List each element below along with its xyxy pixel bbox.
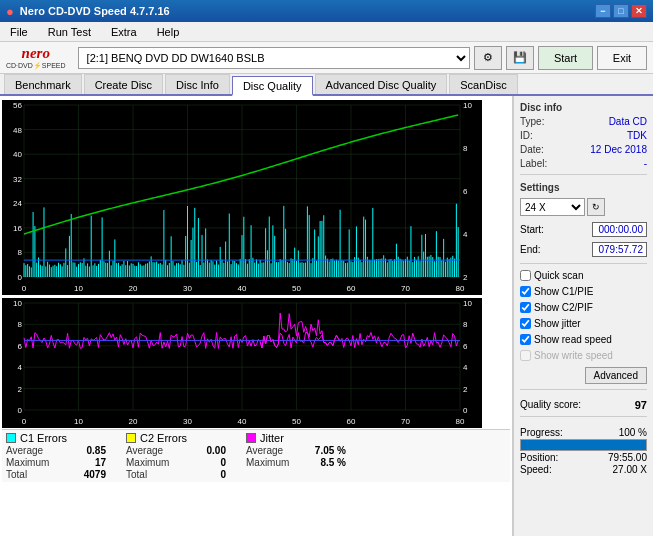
- start-row: Start: 000:00.00: [520, 222, 647, 237]
- main-content: C1 Errors Average 0.85 Maximum 17 Total …: [0, 96, 653, 536]
- show-c2-label: Show C2/PIF: [534, 302, 593, 313]
- show-read-speed-checkbox[interactable]: [520, 334, 531, 345]
- c1-chart: [2, 100, 482, 295]
- jitter-stats: Jitter Average 7.05 % Maximum 8.5 %: [246, 432, 346, 480]
- refresh-button[interactable]: ↻: [587, 198, 605, 216]
- date-val: 12 Dec 2018: [590, 144, 647, 155]
- id-row: ID: TDK: [520, 130, 647, 141]
- c2-total-label: Total: [126, 469, 147, 480]
- end-val: 079:57.72: [592, 242, 647, 257]
- id-label: ID:: [520, 130, 533, 141]
- title-bar-text: Nero CD-DVD Speed 4.7.7.16: [20, 5, 170, 17]
- show-jitter-row: Show jitter: [520, 318, 647, 329]
- jitter-maximum-val: 8.5 %: [306, 457, 346, 468]
- title-bar: ● Nero CD-DVD Speed 4.7.7.16 − □ ✕: [0, 0, 653, 22]
- show-c2-row: Show C2/PIF: [520, 302, 647, 313]
- show-write-speed-checkbox: [520, 350, 531, 361]
- jitter-average-val: 7.05 %: [306, 445, 346, 456]
- show-c2-checkbox[interactable]: [520, 302, 531, 313]
- c2-maximum-val: 0: [186, 457, 226, 468]
- show-c1-checkbox[interactable]: [520, 286, 531, 297]
- tabs: Benchmark Create Disc Disc Info Disc Qua…: [0, 74, 653, 96]
- tab-create-disc[interactable]: Create Disc: [84, 74, 163, 94]
- quality-val: 97: [635, 399, 647, 411]
- drive-select[interactable]: [2:1] BENQ DVD DD DW1640 BSLB: [78, 47, 470, 69]
- date-label: Date:: [520, 144, 544, 155]
- position-val: 79:55.00: [608, 452, 647, 463]
- nero-logo-top: nero: [22, 45, 50, 62]
- menu-file[interactable]: File: [4, 24, 34, 40]
- c1-total-label: Total: [6, 469, 27, 480]
- toolbar: nero CD·DVD⚡SPEED [2:1] BENQ DVD DD DW16…: [0, 42, 653, 74]
- minimize-button[interactable]: −: [595, 4, 611, 18]
- show-read-speed-label: Show read speed: [534, 334, 612, 345]
- menu-bar: File Run Test Extra Help: [0, 22, 653, 42]
- start-button[interactable]: Start: [538, 46, 593, 70]
- disc-label-row: Label: -: [520, 158, 647, 169]
- save-button[interactable]: 💾: [506, 46, 534, 70]
- tab-benchmark[interactable]: Benchmark: [4, 74, 82, 94]
- progress-label: Progress:: [520, 427, 563, 438]
- menu-help[interactable]: Help: [151, 24, 186, 40]
- tab-disc-quality[interactable]: Disc Quality: [232, 76, 313, 96]
- disc-label-key: Label:: [520, 158, 547, 169]
- c1-maximum-label: Maximum: [6, 457, 49, 468]
- progress-val: 100 %: [619, 427, 647, 438]
- speed-row: 24 X ↻: [520, 198, 647, 216]
- end-row: End: 079:57.72: [520, 242, 647, 257]
- exit-button[interactable]: Exit: [597, 46, 647, 70]
- c1-color-box: [6, 433, 16, 443]
- progress-row: Progress: 100 %: [520, 427, 647, 438]
- progress-bar-inner: [521, 440, 646, 450]
- c2-average-val: 0.00: [186, 445, 226, 456]
- right-panel: Disc info Type: Data CD ID: TDK Date: 12…: [513, 96, 653, 536]
- tab-scandisc[interactable]: ScanDisc: [449, 74, 517, 94]
- jitter-maximum-label: Maximum: [246, 457, 289, 468]
- c2-total-val: 0: [186, 469, 226, 480]
- c1-total-val: 4079: [66, 469, 106, 480]
- show-c1-label: Show C1/PIE: [534, 286, 593, 297]
- divider-4: [520, 416, 647, 417]
- progress-section: Progress: 100 % Position: 79:55.00 Speed…: [520, 426, 647, 476]
- disc-label-val: -: [644, 158, 647, 169]
- divider-3: [520, 389, 647, 390]
- show-jitter-label: Show jitter: [534, 318, 581, 329]
- disc-info-title: Disc info: [520, 102, 647, 113]
- close-button[interactable]: ✕: [631, 4, 647, 18]
- position-row: Position: 79:55.00: [520, 452, 647, 463]
- menu-extra[interactable]: Extra: [105, 24, 143, 40]
- c1-average-val: 0.85: [66, 445, 106, 456]
- type-row: Type: Data CD: [520, 116, 647, 127]
- jitter-label: Jitter: [260, 432, 284, 444]
- chart-area: C1 Errors Average 0.85 Maximum 17 Total …: [0, 96, 513, 536]
- start-val: 000:00.00: [592, 222, 647, 237]
- divider-1: [520, 174, 647, 175]
- divider-2: [520, 263, 647, 264]
- show-write-speed-row: Show write speed: [520, 350, 647, 361]
- jitter-chart: [2, 298, 482, 428]
- stats-row: C1 Errors Average 0.85 Maximum 17 Total …: [2, 429, 510, 482]
- c1-stats: C1 Errors Average 0.85 Maximum 17 Total …: [6, 432, 106, 480]
- jitter-color-box: [246, 433, 256, 443]
- speed-row-prog: Speed: 27.00 X: [520, 464, 647, 475]
- jitter-average-label: Average: [246, 445, 283, 456]
- app-icon: ●: [6, 4, 14, 19]
- show-write-speed-label: Show write speed: [534, 350, 613, 361]
- maximize-button[interactable]: □: [613, 4, 629, 18]
- c1-average-label: Average: [6, 445, 43, 456]
- options-button[interactable]: ⚙: [474, 46, 502, 70]
- tab-advanced-disc-quality[interactable]: Advanced Disc Quality: [315, 74, 448, 94]
- tab-disc-info[interactable]: Disc Info: [165, 74, 230, 94]
- menu-run-test[interactable]: Run Test: [42, 24, 97, 40]
- title-bar-left: ● Nero CD-DVD Speed 4.7.7.16: [6, 4, 170, 19]
- speed-label: Speed:: [520, 464, 552, 475]
- advanced-button[interactable]: Advanced: [585, 367, 647, 384]
- quality-label: Quality score:: [520, 399, 581, 411]
- id-val: TDK: [627, 130, 647, 141]
- show-jitter-checkbox[interactable]: [520, 318, 531, 329]
- date-row: Date: 12 Dec 2018: [520, 144, 647, 155]
- quick-scan-checkbox[interactable]: [520, 270, 531, 281]
- speed-val: 27.00 X: [613, 464, 647, 475]
- speed-select[interactable]: 24 X: [520, 198, 585, 216]
- position-label: Position:: [520, 452, 558, 463]
